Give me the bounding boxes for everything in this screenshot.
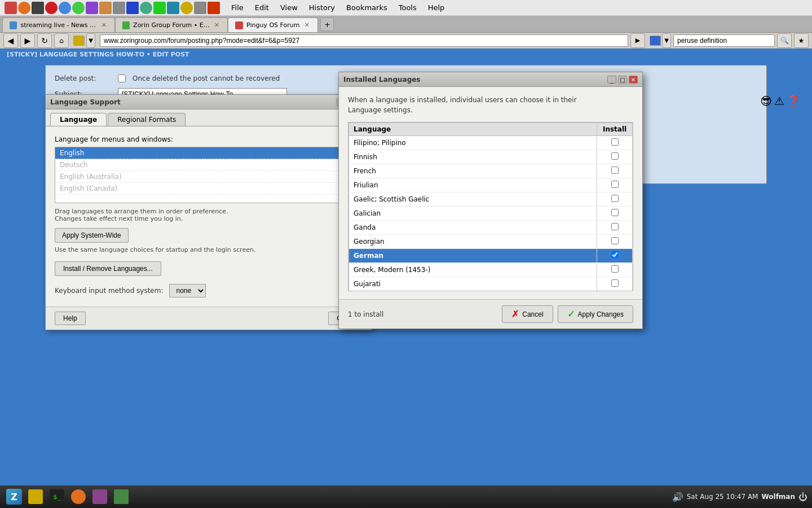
lang-install-checkbox[interactable]: [611, 181, 619, 188]
lang-table-row[interactable]: Ganda: [349, 221, 633, 235]
lang-install-cell: [597, 235, 633, 249]
search-engine-dropdown[interactable]: ▼: [662, 33, 671, 48]
tab-2[interactable]: Pinguy OS Forum ✕: [228, 17, 318, 32]
go-button[interactable]: ▶: [630, 33, 645, 48]
installed-lang-table: Language Install Filipino; PilipinoFinni…: [348, 122, 633, 291]
menu-file[interactable]: File: [227, 2, 248, 13]
lang-table-row[interactable]: Greek, Modern (1453-): [349, 263, 633, 277]
lang-install-checkbox[interactable]: [611, 167, 619, 174]
menu-edit[interactable]: Edit: [250, 2, 273, 13]
menu-bookmarks[interactable]: Bookmarks: [342, 2, 392, 13]
search-input[interactable]: [673, 34, 775, 47]
lang-table-area: Language Install Filipino; PilipinoFinni…: [348, 122, 633, 291]
menu-help[interactable]: Help: [423, 2, 449, 13]
app-icon-12[interactable]: [153, 2, 166, 14]
lang-table-row[interactable]: Georgian: [349, 235, 633, 249]
bookmark-button[interactable]: ★: [794, 33, 809, 48]
forward-button[interactable]: ▶: [20, 33, 35, 48]
apply-changes-button[interactable]: ✓ Apply Changes: [558, 305, 633, 323]
installed-dialog-maximize[interactable]: □: [618, 76, 627, 84]
power-icon[interactable]: ⏻: [798, 492, 807, 502]
lang-dialog-titlebar: Language Support _ □ ✕: [46, 95, 372, 110]
taskbar-terminal-button[interactable]: $_: [47, 487, 67, 506]
installed-dialog-minimize[interactable]: _: [607, 76, 616, 84]
lang-install-checkbox[interactable]: [611, 223, 619, 230]
app-icon-16[interactable]: [208, 2, 220, 14]
cancel-button[interactable]: ✗ Cancel: [502, 305, 553, 323]
lang-install-checkbox[interactable]: [611, 251, 619, 259]
lang-table-row[interactable]: Gaelic; Scottish Gaelic: [349, 192, 633, 207]
lang-help-button[interactable]: Help: [55, 312, 86, 325]
lang-item-0[interactable]: English: [55, 147, 362, 159]
menu-history[interactable]: History: [304, 2, 339, 13]
flag-dropdown[interactable]: ▼: [86, 33, 95, 48]
tab-favicon-2: [235, 21, 243, 29]
lang-table-row[interactable]: German: [349, 249, 633, 263]
installed-dialog-footer: 1 to install ✗ Cancel ✓ Apply Changes: [339, 299, 642, 329]
language-list[interactable]: English Deutsch English (Australia) Engl…: [55, 147, 363, 203]
app-icon-8[interactable]: [99, 2, 112, 14]
app-icon-2[interactable]: [18, 2, 30, 14]
lang-install-checkbox[interactable]: [611, 152, 619, 160]
reload-button[interactable]: ↻: [37, 33, 52, 48]
lang-install-checkbox[interactable]: [611, 195, 619, 202]
lang-table-row[interactable]: French: [349, 164, 633, 178]
taskbar-files-button[interactable]: [26, 487, 45, 506]
back-button[interactable]: ◀: [3, 33, 18, 48]
lang-install-checkbox[interactable]: [611, 209, 619, 216]
app-icon-5[interactable]: [59, 2, 71, 14]
installed-lang-table-container[interactable]: Language Install Filipino; PilipinoFinni…: [348, 122, 633, 291]
new-tab-button[interactable]: +: [320, 17, 334, 31]
lang-dialog-footer: Help Close: [46, 306, 372, 330]
app-icon-13[interactable]: [167, 2, 179, 14]
tab-1[interactable]: Zorin Group Forum • Edi... ✕: [115, 17, 228, 32]
taskbar-app4-button[interactable]: [90, 487, 109, 506]
apply-system-wide-button[interactable]: Apply System-Wide: [55, 228, 129, 243]
lang-table-row[interactable]: Finnish: [349, 150, 633, 164]
app-icon-7[interactable]: [86, 2, 98, 14]
footer-buttons: ✗ Cancel ✓ Apply Changes: [502, 305, 633, 323]
keyboard-select[interactable]: none ibus fcitx scim: [169, 284, 206, 297]
tab-0[interactable]: streaming live - News | ... ✕: [2, 17, 115, 32]
lang-item-3[interactable]: English (Canada): [55, 183, 362, 195]
search-button[interactable]: 🔍: [777, 33, 792, 48]
app-icon-6[interactable]: [72, 2, 85, 14]
taskbar: Z $_ 🔊 Sat Aug 25 10:47 AM Wolfman ⏻: [0, 485, 812, 508]
lang-table-row[interactable]: Filipino; Pilipino: [349, 136, 633, 150]
lang-install-checkbox[interactable]: [611, 237, 619, 244]
volume-icon[interactable]: 🔊: [672, 492, 683, 502]
tab-close-2[interactable]: ✕: [303, 21, 311, 29]
lang-tab-language[interactable]: Language: [50, 113, 107, 126]
home-button[interactable]: ⌂: [54, 33, 69, 48]
app-icon-9[interactable]: [113, 2, 125, 14]
menu-view[interactable]: View: [276, 2, 302, 13]
lang-install-checkbox[interactable]: [611, 279, 619, 287]
menu-tools[interactable]: Tools: [394, 2, 421, 13]
tab-close-1[interactable]: ✕: [213, 21, 220, 29]
lang-tab-regional[interactable]: Regional Formats: [108, 113, 186, 126]
lang-item-1[interactable]: Deutsch: [55, 159, 362, 171]
app-icon-15[interactable]: [194, 2, 206, 14]
url-input[interactable]: [100, 34, 628, 47]
delete-checkbox[interactable]: [118, 75, 126, 82]
lang-item-2[interactable]: English (Australia): [55, 171, 362, 183]
app-icon-1[interactable]: [5, 2, 17, 14]
tab-close-0[interactable]: ✕: [100, 21, 108, 29]
taskbar-firefox-button[interactable]: [69, 487, 88, 506]
installed-dialog-close[interactable]: ✕: [629, 76, 638, 84]
taskbar-start-button[interactable]: Z: [5, 487, 24, 506]
taskbar-app5-button[interactable]: [112, 487, 131, 506]
app-icon-3[interactable]: [32, 2, 44, 14]
app-icon-10[interactable]: [126, 2, 139, 14]
lang-install-checkbox[interactable]: [611, 138, 619, 146]
app-icon-4[interactable]: [45, 2, 58, 14]
app-icon-14[interactable]: [180, 2, 193, 14]
installed-dialog-titlebar: Installed Languages _ □ ✕: [339, 72, 642, 87]
lang-table-row[interactable]: Gujarati: [349, 277, 633, 291]
lang-install-checkbox[interactable]: [611, 265, 619, 273]
install-remove-button[interactable]: Install / Remove Languages...: [55, 261, 161, 276]
lang-install-cell: [597, 150, 633, 164]
lang-table-row[interactable]: Friulian: [349, 178, 633, 192]
lang-table-row[interactable]: Galician: [349, 207, 633, 221]
app-icon-11[interactable]: [140, 2, 152, 14]
